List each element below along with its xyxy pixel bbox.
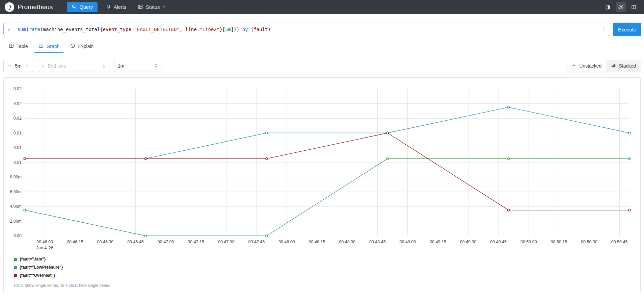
kebab-menu-icon[interactable]: ⋮	[601, 27, 607, 32]
query-token: )	[268, 27, 271, 32]
range-decrease-button[interactable]: −	[5, 61, 14, 71]
query-token: {	[100, 27, 103, 32]
brand-title: Prometheus	[18, 3, 53, 11]
graph-canvas[interactable]: 0.002.00m4.00m6.00m8.00m0.010.010.010.02…	[4, 80, 640, 254]
tab-explain-label: Explain	[78, 44, 93, 49]
theme-contrast-toggle-button[interactable]	[603, 2, 613, 12]
svg-text:00:49:15: 00:49:15	[430, 240, 446, 244]
graph-icon	[38, 43, 44, 49]
svg-text:0.02: 0.02	[14, 116, 22, 121]
legend-label: {fault="Jam"}	[20, 257, 46, 262]
query-token: sum	[18, 27, 26, 32]
svg-text:00:48:00: 00:48:00	[278, 240, 295, 244]
series-line	[25, 159, 629, 236]
select-arrows-icon	[154, 63, 158, 69]
search-icon	[72, 4, 77, 10]
query-expression[interactable]: sum(rate(machine_events_total{event_type…	[18, 27, 597, 32]
legend-item[interactable]: {fault="Jam"}	[14, 257, 640, 262]
nav-query-button[interactable]: Query	[67, 2, 98, 12]
end-time-forward-icon[interactable]: ›	[102, 63, 106, 69]
query-token: }	[219, 27, 222, 32]
svg-text:00:47:15: 00:47:15	[188, 240, 204, 244]
svg-text:2.00m: 2.00m	[10, 219, 22, 224]
unstacked-label: Unstacked	[579, 63, 601, 69]
legend-swatch-icon	[14, 258, 17, 261]
query-token: machine_events_total	[43, 27, 100, 32]
query-token: rate	[29, 27, 40, 32]
svg-text:00:48:30: 00:48:30	[339, 240, 355, 244]
nav-status-button[interactable]: Status	[134, 2, 170, 12]
line-chart-icon	[571, 63, 576, 69]
stacked-label: Stacked	[619, 63, 636, 69]
query-token: ,	[180, 27, 185, 32]
svg-text:00:49:00: 00:49:00	[400, 240, 416, 244]
legend-swatch-icon	[14, 274, 17, 277]
end-time-back-icon[interactable]: ‹	[42, 63, 45, 69]
nav-alerts-label: Alerts	[114, 4, 126, 10]
data-point-marker	[24, 209, 26, 211]
query-token: "FAULT_DETECTED"	[134, 27, 180, 32]
resolution-select[interactable]: 1m	[114, 60, 161, 72]
nav-status-label: Status	[146, 4, 160, 10]
svg-text:00:47:30: 00:47:30	[218, 240, 235, 244]
query-token: 5m	[225, 27, 231, 32]
svg-text:00:47:45: 00:47:45	[248, 240, 265, 244]
range-duration-value[interactable]: 5m	[14, 63, 23, 69]
query-token: event_type	[103, 27, 131, 32]
legend-label: {fault="LowPressure"}	[20, 265, 63, 270]
prometheus-logo-icon[interactable]	[5, 2, 14, 12]
data-point-marker	[628, 132, 630, 134]
data-point-marker	[144, 158, 146, 160]
query-token: line	[185, 27, 197, 32]
end-time-placeholder: End time	[45, 63, 102, 69]
legend-label: {fault="Overheat"}	[20, 273, 55, 278]
data-point-marker	[508, 106, 510, 108]
range-duration-group: − 5m +	[3, 60, 33, 72]
svg-text:0.01: 0.01	[14, 131, 22, 135]
svg-text:00:48:15: 00:48:15	[309, 240, 325, 244]
nav-right-icons	[603, 2, 639, 12]
data-point-marker	[266, 158, 268, 160]
grid-lines	[25, 89, 629, 236]
tab-graph-label: Graph	[46, 44, 59, 49]
top-navbar: Prometheus Query Alerts Status	[0, 0, 644, 14]
x-axis-ticks: 00:46:00Jan 4 '2600:46:1500:46:3000:46:4…	[36, 240, 628, 250]
legend-item[interactable]: {fault="Overheat"}	[14, 273, 640, 278]
bell-icon	[106, 4, 111, 10]
settings-gear-button[interactable]	[616, 2, 626, 12]
legend-item[interactable]: {fault="LowPressure"}	[14, 265, 640, 270]
range-increase-button[interactable]: +	[23, 61, 31, 71]
end-time-picker[interactable]: ‹ End time ›	[38, 60, 109, 72]
query-token: [	[222, 27, 225, 32]
table-icon	[9, 43, 14, 49]
data-point-marker	[508, 158, 510, 160]
query-token: fault	[253, 27, 268, 32]
query-token	[248, 27, 251, 32]
data-point-marker	[24, 158, 26, 160]
stacked-button[interactable]: Stacked	[606, 60, 641, 72]
svg-text:00:50:45: 00:50:45	[611, 240, 628, 244]
chevron-down-icon	[162, 4, 166, 10]
tab-explain[interactable]: Explain	[66, 41, 98, 53]
tab-table-label: Table	[17, 44, 28, 49]
svg-text:0.01: 0.01	[14, 145, 22, 150]
svg-text:4.00m: 4.00m	[10, 204, 22, 209]
stack-mode-toggle: Unstacked Stacked	[567, 60, 641, 72]
svg-text:00:48:45: 00:48:45	[369, 240, 386, 244]
data-point-marker	[628, 158, 630, 160]
tab-graph[interactable]: Graph	[34, 41, 63, 53]
nav-items: Query Alerts Status	[67, 2, 170, 12]
nav-alerts-button[interactable]: Alerts	[102, 2, 130, 12]
svg-text:00:50:15: 00:50:15	[551, 240, 567, 244]
data-point-marker	[628, 209, 630, 211]
tab-table[interactable]: Table	[5, 41, 32, 53]
data-point-marker	[386, 158, 388, 160]
execute-button[interactable]: Execute	[613, 23, 641, 36]
svg-text:00:49:45: 00:49:45	[490, 240, 507, 244]
graph-panel: 0.002.00m4.00m6.00m8.00m0.010.010.010.02…	[3, 77, 641, 292]
query-input[interactable]: >_ sum(rate(machine_events_total{event_t…	[3, 23, 610, 36]
docs-book-button[interactable]	[628, 2, 639, 12]
unstacked-button[interactable]: Unstacked	[567, 60, 606, 72]
panel-tabs: Table Graph Explain	[0, 41, 644, 53]
data-point-marker	[266, 132, 268, 134]
